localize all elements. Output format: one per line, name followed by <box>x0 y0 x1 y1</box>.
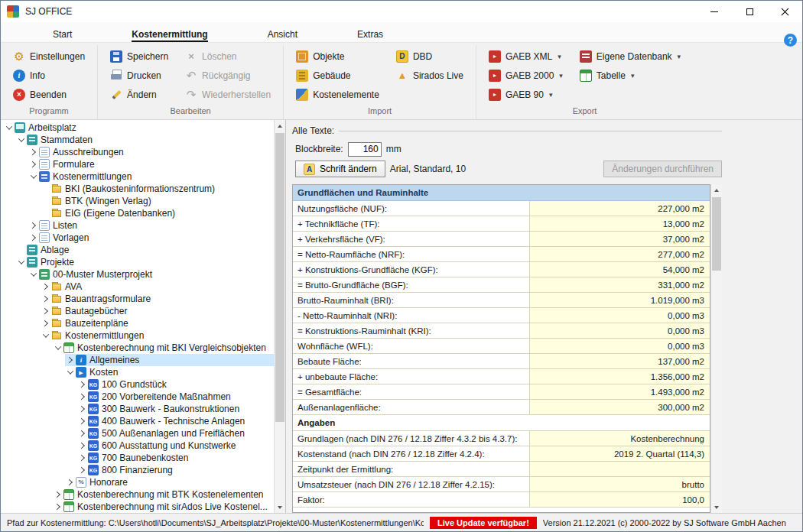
tree-item-kg-400[interactable]: KG 400 Bauwerk - Technische Anlagen <box>1 415 274 427</box>
drucken-button[interactable]: Drucken <box>104 66 174 85</box>
tree-item-kg-200[interactable]: KG 200 Vorbereitende Maßnahmen <box>1 391 274 403</box>
close-button[interactable] <box>767 1 802 22</box>
chevron-right-icon[interactable] <box>28 147 39 157</box>
row-value[interactable]: 37,000 m2 <box>530 232 710 246</box>
chevron-right-icon[interactable] <box>41 306 51 316</box>
chevron-right-icon[interactable] <box>41 281 51 292</box>
row-value[interactable]: 1.019,000 m3 <box>530 293 710 307</box>
chevron-right-icon[interactable] <box>28 232 39 243</box>
tabelle-button[interactable]: Tabelle ▾ <box>574 66 687 85</box>
row-value[interactable]: 0,000 m3 <box>530 339 710 353</box>
row-value[interactable]: 0,000 m3 <box>530 323 710 338</box>
scroll-up-button[interactable] <box>711 184 722 196</box>
row-value[interactable]: 54,000 m2 <box>530 262 710 277</box>
scrollbar-thumb[interactable] <box>275 133 284 422</box>
chevron-down-icon[interactable] <box>41 330 51 341</box>
tree-item-allgemeines[interactable]: i Allgemeines <box>1 354 274 366</box>
chevron-right-icon[interactable] <box>65 477 76 488</box>
tree-item-kostenberechnung-btk[interactable]: Kostenberechnung mit BTK Kostenelementen <box>1 488 274 501</box>
tree-item-00-muster-musterprojekt[interactable]: 00-Muster Musterprojekt <box>1 268 274 281</box>
help-button[interactable]: ? <box>784 34 797 47</box>
row-value[interactable]: brutto <box>530 477 710 491</box>
tree-item-eig[interactable]: EIG (Eigene Datenbanken) <box>1 207 274 219</box>
schrift-aendern-button[interactable]: A Schrift ändern <box>295 161 385 177</box>
speichern-button[interactable]: Speichern <box>104 47 174 66</box>
row-value[interactable]: Kostenberechnung <box>530 431 710 446</box>
scrollbar-thumb[interactable] <box>712 197 721 271</box>
chevron-down-icon[interactable] <box>16 257 27 268</box>
tree-item-formulare[interactable]: Formulare <box>1 158 274 170</box>
row-value[interactable]: 0,000 m3 <box>530 308 710 323</box>
tree-item-bautagebuecher[interactable]: Bautagebücher <box>1 305 274 317</box>
scrollbar-track[interactable] <box>711 196 722 501</box>
tree-item-ablage[interactable]: Ablage <box>1 244 274 256</box>
chevron-down-icon[interactable] <box>16 135 27 145</box>
row-value[interactable] <box>530 462 710 476</box>
row-value[interactable]: 137,000 m2 <box>530 354 710 368</box>
tree-item-kg-600[interactable]: KG 600 Ausstattung und Kunstwerke <box>1 440 274 452</box>
scroll-down-button[interactable] <box>275 501 285 513</box>
chevron-right-icon[interactable] <box>77 416 88 427</box>
row-value[interactable]: 277,000 m2 <box>530 247 710 261</box>
scroll-down-button[interactable] <box>711 501 722 513</box>
gebaeude-button[interactable]: Gebäude <box>290 66 385 85</box>
tab-kostenermittlung[interactable]: Kostenermittlung <box>124 26 215 42</box>
tree-item-bauzeitenplaene[interactable]: Bauzeitenpläne <box>1 317 274 329</box>
tree-item-bauantragsformulare[interactable]: Bauantragsformulare <box>1 293 274 305</box>
row-value[interactable]: 300,000 m2 <box>530 400 710 414</box>
gaeb-90-button[interactable]: ▸ GAEB 90 ▾ <box>483 85 569 104</box>
tree-item-kg-700[interactable]: KG 700 Baunebenkosten <box>1 452 274 464</box>
einstellungen-button[interactable]: ⚙ Einstellungen <box>7 47 91 66</box>
chevron-down-icon[interactable] <box>53 342 63 353</box>
chevron-right-icon[interactable] <box>77 453 88 463</box>
row-value[interactable]: 2019 2. Quartal (114,3) <box>530 446 710 461</box>
kostenelemente-button[interactable]: Kostenelemente <box>290 85 385 104</box>
tree-item-kg-500[interactable]: KG 500 Außenanlagen und Freiflächen <box>1 427 274 440</box>
tree-item-stammdaten[interactable]: Stammdaten <box>1 134 274 146</box>
scroll-up-button[interactable] <box>275 120 285 131</box>
dbd-button[interactable]: D DBD <box>390 47 470 66</box>
maximize-button[interactable] <box>732 1 767 22</box>
tab-ansicht[interactable]: Ansicht <box>260 26 305 42</box>
blockbreite-input[interactable] <box>348 142 382 157</box>
tree-item-listen[interactable]: Listen <box>1 219 274 232</box>
chevron-right-icon[interactable] <box>28 220 39 231</box>
chevron-down-icon[interactable] <box>28 171 39 182</box>
tree-item-kg-300[interactable]: KG 300 Bauwerk - Baukonstruktionen <box>1 403 274 415</box>
chevron-right-icon[interactable] <box>53 501 63 512</box>
row-value[interactable]: 1.493,000 m2 <box>530 384 710 399</box>
sirados-live-button[interactable]: ▲ Sirados Live <box>390 66 470 85</box>
minimize-button[interactable] <box>697 1 732 22</box>
grid-scrollbar[interactable] <box>710 184 722 513</box>
tab-extras[interactable]: Extras <box>349 26 391 42</box>
beenden-button[interactable]: × Beenden <box>7 85 91 104</box>
chevron-right-icon[interactable] <box>28 159 39 170</box>
row-value[interactable]: 1.356,000 m2 <box>530 369 710 384</box>
aendern-button[interactable]: Ändern <box>104 85 174 104</box>
chevron-right-icon[interactable] <box>77 379 88 390</box>
tree-item-kostenberechnung-sirados[interactable]: Kostenberechnung mit sirAdos Live Kosten… <box>1 501 274 513</box>
gaeb-2000-button[interactable]: ▸ GAEB 2000 ▾ <box>483 66 569 85</box>
tab-start[interactable]: Start <box>45 26 80 42</box>
tree-item-kostenermittlungen-projekt[interactable]: Kostenermittlungen <box>1 329 274 342</box>
row-value[interactable]: 331,000 m2 <box>530 277 710 292</box>
chevron-right-icon[interactable] <box>53 489 63 500</box>
chevron-right-icon[interactable] <box>41 318 51 329</box>
chevron-right-icon[interactable] <box>77 440 88 451</box>
tree-item-ava[interactable]: AVA <box>1 281 274 293</box>
tree-item-btk[interactable]: BTK (Wingen Verlag) <box>1 195 274 207</box>
tree-item-bki[interactable]: BKI (Baukosteninformationszentrum) <box>1 183 274 195</box>
tree-item-ausschreibungen[interactable]: Ausschreibungen <box>1 146 274 158</box>
row-value[interactable]: 227,000 m2 <box>530 201 710 216</box>
chevron-right-icon[interactable] <box>65 355 76 365</box>
chevron-right-icon[interactable] <box>77 428 88 439</box>
tree-scrollbar[interactable] <box>274 120 285 513</box>
tree-item-kostenermittlungen[interactable]: Kostenermittlungen <box>1 170 274 183</box>
chevron-right-icon[interactable] <box>41 294 51 304</box>
tree-item-kg-800[interactable]: KG 800 Finanzierung <box>1 464 274 476</box>
tree-item-kostenberechnung-bki[interactable]: Kostenberechnung mit BKI Vergleichsobjek… <box>1 342 274 354</box>
tree-item-honorare[interactable]: % Honorare <box>1 476 274 488</box>
chevron-down-icon[interactable] <box>4 122 15 133</box>
row-value[interactable]: 100,0 <box>530 492 710 507</box>
objekte-button[interactable]: Objekte <box>290 47 385 66</box>
